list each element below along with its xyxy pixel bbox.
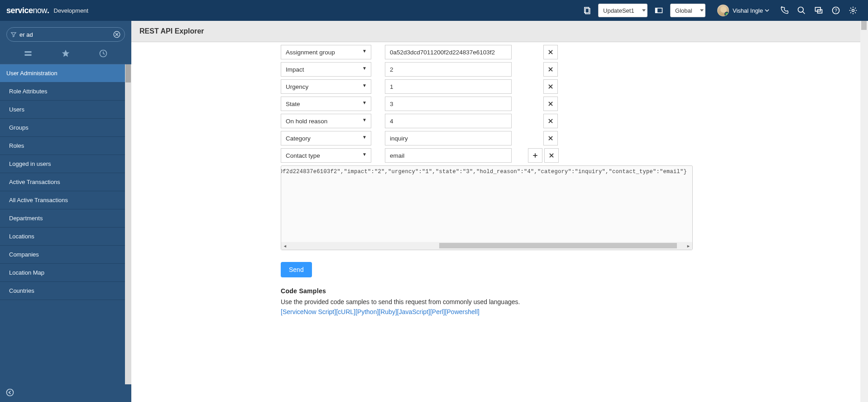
nav-item[interactable]: Users bbox=[0, 101, 131, 119]
code-sample-link[interactable]: [ServiceNow Script] bbox=[281, 308, 336, 315]
nav-item[interactable]: All Active Transactions bbox=[0, 191, 131, 209]
remove-field-button[interactable] bbox=[543, 62, 558, 77]
code-sample-link[interactable]: [cURL] bbox=[336, 308, 355, 315]
remove-field-button[interactable] bbox=[543, 79, 558, 94]
main-content: REST API Explorer Assignment groupImpact… bbox=[131, 21, 868, 402]
field-name-select[interactable]: Category bbox=[281, 131, 371, 145]
phone-icon[interactable] bbox=[779, 5, 789, 15]
chevron-down-icon bbox=[765, 7, 769, 14]
help-icon[interactable]: ? bbox=[831, 5, 841, 15]
code-sample-link[interactable]: [Powershell] bbox=[445, 308, 480, 315]
field-row: Urgency bbox=[281, 79, 860, 94]
nav-item[interactable]: Departments bbox=[0, 209, 131, 228]
svg-point-4 bbox=[798, 7, 804, 13]
field-value-input[interactable] bbox=[385, 114, 512, 128]
favorites-icon[interactable] bbox=[61, 49, 70, 59]
page-title: REST API Explorer bbox=[131, 21, 868, 42]
field-name-select[interactable]: Impact bbox=[281, 62, 371, 77]
code-sample-link[interactable]: [Perl] bbox=[430, 308, 445, 315]
avatar bbox=[717, 5, 729, 16]
svg-point-10 bbox=[852, 10, 854, 12]
field-value-input[interactable] bbox=[385, 97, 512, 111]
field-name-select[interactable]: Contact type bbox=[281, 148, 371, 163]
remove-field-button[interactable] bbox=[543, 131, 558, 145]
field-name-select[interactable]: On hold reason bbox=[281, 114, 371, 128]
remove-field-button[interactable] bbox=[543, 45, 558, 59]
gear-icon[interactable] bbox=[848, 5, 858, 15]
nav-filter-input[interactable] bbox=[19, 31, 110, 38]
remove-field-button[interactable] bbox=[543, 97, 558, 111]
nav-item[interactable]: Location Map bbox=[0, 264, 131, 282]
code-sample-link[interactable]: [Ruby] bbox=[379, 308, 397, 315]
chat-icon[interactable] bbox=[814, 5, 824, 15]
svg-point-15 bbox=[7, 389, 14, 396]
field-value-input[interactable] bbox=[385, 79, 512, 94]
svg-text:?: ? bbox=[834, 8, 837, 13]
scope-icon[interactable] bbox=[654, 5, 664, 15]
scope-select[interactable]: Global bbox=[670, 4, 705, 17]
nav-item[interactable]: Locations bbox=[0, 228, 131, 246]
sidebar: User Administration Role AttributesUsers… bbox=[0, 21, 131, 402]
all-apps-icon[interactable] bbox=[24, 49, 33, 59]
filter-icon bbox=[10, 31, 17, 38]
nav-filter[interactable] bbox=[6, 27, 125, 42]
remove-field-button[interactable] bbox=[543, 114, 558, 128]
add-field-button[interactable] bbox=[528, 148, 542, 163]
field-name-select[interactable]: Assignment group bbox=[281, 45, 371, 59]
nav-item[interactable]: Active Transactions bbox=[0, 173, 131, 191]
nav-item[interactable]: Logged in users bbox=[0, 155, 131, 173]
send-button[interactable]: Send bbox=[281, 262, 312, 277]
field-row: Category bbox=[281, 131, 860, 145]
code-sample-link[interactable]: [JavaScript] bbox=[397, 308, 430, 315]
update-set-picker-icon[interactable] bbox=[582, 5, 592, 15]
nav-item[interactable]: Roles bbox=[0, 137, 131, 155]
svg-rect-12 bbox=[24, 51, 31, 53]
field-value-input[interactable] bbox=[385, 45, 512, 59]
field-row: On hold reason bbox=[281, 114, 860, 128]
search-icon[interactable] bbox=[796, 5, 806, 15]
field-name-select[interactable]: State bbox=[281, 97, 371, 111]
remove-field-button[interactable] bbox=[544, 148, 559, 163]
field-row: Contact type bbox=[281, 148, 860, 163]
nav-item[interactable]: Role Attributes bbox=[0, 82, 131, 101]
nav-list: User Administration Role AttributesUsers… bbox=[0, 64, 131, 384]
field-row: Assignment group bbox=[281, 45, 860, 59]
scroll-right-icon[interactable]: ► bbox=[685, 242, 692, 250]
code-sample-link[interactable]: [Python] bbox=[355, 308, 379, 315]
nav-section-user-admin[interactable]: User Administration bbox=[0, 64, 131, 82]
horizontal-scrollbar[interactable]: ◄ ► bbox=[281, 242, 692, 250]
code-samples-desc: Use the provided code samples to send th… bbox=[281, 298, 860, 305]
update-set-select[interactable]: UpdateSet1 bbox=[598, 4, 647, 17]
field-row: Impact bbox=[281, 62, 860, 77]
field-row: State bbox=[281, 97, 860, 111]
user-menu[interactable]: Vishal Ingle bbox=[717, 5, 776, 16]
svg-rect-13 bbox=[24, 54, 31, 56]
history-icon[interactable] bbox=[99, 49, 108, 59]
field-value-input[interactable] bbox=[385, 148, 512, 163]
request-body-text[interactable]: a52d3dcd7011200f2d224837e6103f2","impact… bbox=[281, 167, 691, 177]
request-body-area: a52d3dcd7011200f2d224837e6103f2","impact… bbox=[281, 165, 693, 250]
field-value-input[interactable] bbox=[385, 131, 512, 145]
sidebar-scrollbar[interactable] bbox=[125, 64, 131, 384]
scroll-up-icon[interactable] bbox=[861, 21, 867, 30]
field-value-input[interactable] bbox=[385, 62, 512, 77]
nav-item[interactable]: Groups bbox=[0, 119, 131, 137]
scroll-left-icon[interactable]: ◄ bbox=[281, 242, 289, 250]
main-scrollbar[interactable] bbox=[860, 21, 868, 402]
app-header: servicenow. Development UpdateSet1 Globa… bbox=[0, 0, 868, 21]
svg-rect-3 bbox=[656, 8, 658, 13]
collapse-nav-icon[interactable] bbox=[5, 392, 14, 398]
nav-item[interactable]: Companies bbox=[0, 246, 131, 264]
scroll-thumb[interactable] bbox=[439, 243, 676, 248]
code-samples-links: [ServiceNow Script][cURL][Python][Ruby][… bbox=[281, 308, 860, 315]
logo: servicenow. bbox=[6, 6, 49, 15]
env-label: Development bbox=[54, 7, 89, 14]
svg-line-5 bbox=[803, 12, 805, 14]
code-samples-title: Code Samples bbox=[281, 287, 860, 295]
nav-item[interactable]: Countries bbox=[0, 282, 131, 300]
field-name-select[interactable]: Urgency bbox=[281, 79, 371, 94]
clear-filter-icon[interactable] bbox=[113, 30, 121, 39]
